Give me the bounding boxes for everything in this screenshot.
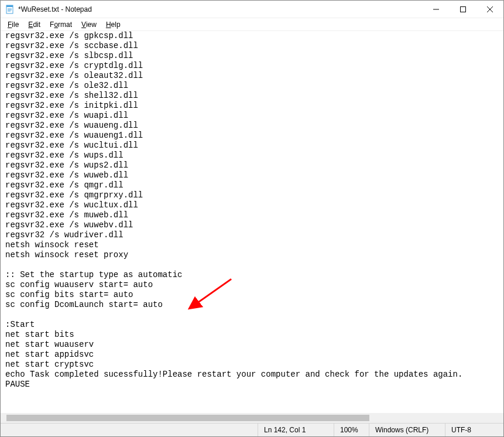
scrollbar-track[interactable] — [1, 413, 503, 423]
window-title: *WuReset.txt - Notepad — [18, 5, 92, 13]
status-cursor-position: Ln 142, Col 1 — [258, 424, 334, 436]
menubar: File Edit Format View Help — [1, 18, 503, 30]
minimize-button[interactable] — [423, 1, 450, 18]
menu-edit[interactable]: Edit — [24, 20, 44, 29]
status-encoding: UTF-8 — [445, 424, 503, 436]
svg-rect-6 — [461, 6, 466, 12]
titlebar[interactable]: *WuReset.txt - Notepad — [1, 1, 503, 18]
menu-file[interactable]: File — [4, 20, 23, 29]
status-zoom: 100% — [334, 424, 369, 436]
menu-format[interactable]: Format — [46, 20, 76, 29]
notepad-window: *WuReset.txt - Notepad File Edit Format … — [0, 0, 504, 437]
menu-view[interactable]: View — [77, 20, 101, 29]
editor-area[interactable]: regsvr32.exe /s gpkcsp.dll regsvr32.exe … — [1, 30, 503, 423]
notepad-icon — [5, 5, 15, 14]
svg-rect-1 — [6, 5, 13, 7]
horizontal-scrollbar[interactable] — [1, 413, 503, 423]
window-controls — [423, 1, 503, 18]
maximize-button[interactable] — [450, 1, 476, 18]
status-line-ending: Windows (CRLF) — [369, 424, 445, 436]
statusbar: Ln 142, Col 1 100% Windows (CRLF) UTF-8 — [1, 423, 503, 436]
document-text[interactable]: regsvr32.exe /s gpkcsp.dll regsvr32.exe … — [5, 31, 503, 390]
menu-help[interactable]: Help — [102, 20, 125, 29]
status-spacer — [1, 424, 258, 436]
scrollbar-thumb[interactable] — [6, 415, 369, 421]
close-button[interactable] — [476, 1, 503, 18]
